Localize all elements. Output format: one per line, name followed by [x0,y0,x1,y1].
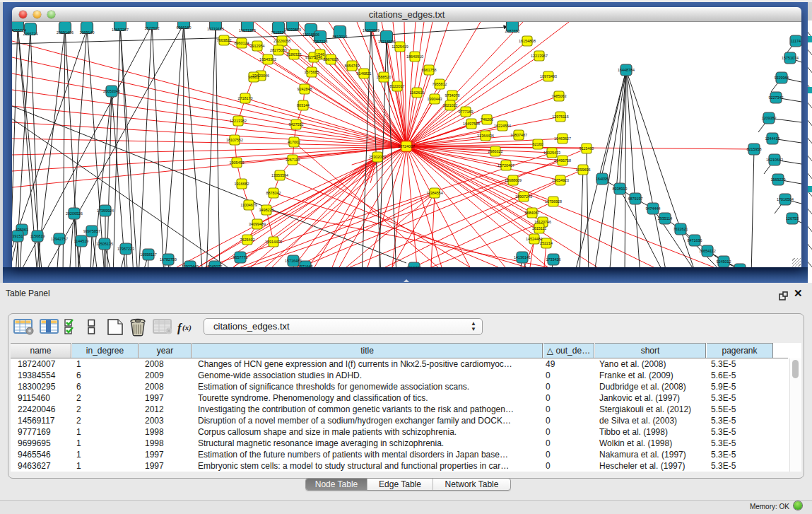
svg-text:10653267: 10653267 [112,28,129,32]
svg-text:11004679: 11004679 [240,203,257,207]
svg-text:1571648: 1571648 [298,264,313,267]
svg-text:1162615: 1162615 [410,90,425,95]
svg-text:8215958: 8215958 [747,147,762,151]
svg-text:15751074: 15751074 [782,56,799,60]
svg-text:7955812: 7955812 [433,82,447,86]
svg-text:1916682: 1916682 [235,182,249,186]
svg-text:1527602: 1527602 [145,26,160,30]
svg-text:3498222: 3498222 [259,208,274,212]
svg-text:16914479: 16914479 [265,240,282,244]
svg-text:1588520: 1588520 [377,75,392,79]
svg-text:20053346: 20053346 [103,89,120,93]
svg-text:746206: 746206 [481,117,493,122]
svg-text:12942757: 12942757 [51,237,68,241]
svg-text:8471636: 8471636 [688,238,702,243]
svg-text:12505135: 12505135 [96,242,113,246]
svg-text:9474444: 9474444 [646,206,661,211]
svg-text:23495758: 23495758 [554,158,571,163]
svg-text:21364436: 21364436 [477,134,494,138]
svg-text:2986322: 2986322 [488,149,503,153]
svg-text:62160: 62160 [533,142,543,146]
svg-text:34099489: 34099489 [249,222,266,226]
svg-text:7357224: 7357224 [313,40,328,44]
svg-text:9329966: 9329966 [775,76,789,80]
svg-text:9242848: 9242848 [298,87,312,91]
svg-text:8122017: 8122017 [390,84,405,88]
svg-text:18724007: 18724007 [398,144,415,148]
svg-text:8186323: 8186323 [287,52,302,57]
svg-text:12975115: 12975115 [552,115,569,119]
svg-text:7485063: 7485063 [552,94,567,98]
svg-text:7632621: 7632621 [673,227,688,231]
svg-text:16224554: 16224554 [494,124,511,128]
svg-text:16210643: 16210643 [766,158,783,162]
svg-text:3575685: 3575685 [305,70,319,74]
svg-text:19218506: 19218506 [302,33,319,37]
svg-text:10756928: 10756928 [545,199,562,204]
svg-text:1905493: 1905493 [230,160,245,165]
svg-text:7663822: 7663822 [217,38,232,42]
svg-text:1546: 1546 [316,52,324,57]
svg-text:1144519: 1144519 [74,239,89,243]
svg-text:9245072: 9245072 [208,264,223,267]
svg-text:28275080: 28275080 [270,48,287,52]
svg-text:16782759: 16782759 [160,257,177,262]
svg-text:9245012: 9245012 [717,259,731,264]
svg-text:2967608: 2967608 [324,57,339,62]
svg-text:23226058: 23226058 [273,39,290,43]
svg-text:20691406: 20691406 [57,30,73,35]
svg-text:10719155: 10719155 [207,27,224,31]
svg-text:164095: 164095 [596,177,608,181]
svg-text:1099695: 1099695 [576,168,591,172]
svg-text:8878342: 8878342 [266,191,281,195]
svg-text:10463627: 10463627 [554,136,571,141]
svg-text:6961758: 6961758 [422,68,437,72]
svg-text:13353594: 13353594 [271,173,288,177]
svg-text:9146821: 9146821 [357,71,372,76]
svg-text:11174: 11174 [791,39,801,43]
svg-text:39151: 39151 [13,234,23,238]
svg-text:18107552: 18107552 [226,138,243,142]
svg-text:9657771: 9657771 [233,255,248,259]
svg-text:2087652: 2087652 [505,29,520,33]
svg-text:16497508: 16497508 [463,122,480,126]
svg-text:3267110: 3267110 [286,158,300,162]
svg-text:252214: 252214 [540,241,553,245]
svg-text:1615112: 1615112 [532,226,547,230]
svg-text:6966160: 6966160 [177,25,192,30]
svg-text:1156819: 1156819 [30,234,45,238]
svg-text:17957223: 17957223 [117,247,134,251]
svg-text:16448784: 16448784 [618,68,635,72]
svg-text:9227342: 9227342 [769,95,784,100]
svg-text:1069140: 1069140 [80,30,95,35]
svg-text:803144: 803144 [297,103,310,107]
svg-text:14136141: 14136141 [514,255,531,259]
svg-text:(x): (x) [182,323,192,332]
svg-text:1244415: 1244415 [765,136,780,141]
svg-text:9815774: 9815774 [407,266,422,267]
svg-text:8938913: 8938913 [613,187,628,191]
svg-text:9427552: 9427552 [289,122,304,127]
svg-text:435061: 435061 [16,228,28,232]
svg-text:20206526: 20206526 [66,211,83,216]
svg-text:18907249: 18907249 [515,194,532,199]
svg-text:16033809: 16033809 [284,28,301,32]
svg-text:9684067: 9684067 [525,211,540,215]
svg-text:1569229: 1569229 [771,177,786,182]
svg-text:19654923: 19654923 [552,178,569,182]
svg-text:15720407: 15720407 [498,163,514,168]
svg-text:10807487: 10807487 [510,133,527,137]
svg-text:11325419: 11325419 [392,45,408,49]
svg-text:16033809: 16033809 [363,28,379,33]
svg-text:98901: 98901 [249,75,259,79]
svg-text:3912954: 3912954 [250,44,265,48]
svg-text:10025433: 10025433 [543,151,560,155]
svg-text:10688609: 10688609 [505,178,522,182]
svg-text:2055724: 2055724 [23,32,38,36]
svg-text:19218596: 19218596 [378,40,395,44]
svg-text:10654112: 10654112 [699,249,716,253]
svg-text:93975857: 93975857 [83,229,100,233]
svg-text:7625402: 7625402 [240,238,255,242]
svg-text:12213382: 12213382 [230,119,247,123]
svg-text:9777169: 9777169 [459,110,473,114]
